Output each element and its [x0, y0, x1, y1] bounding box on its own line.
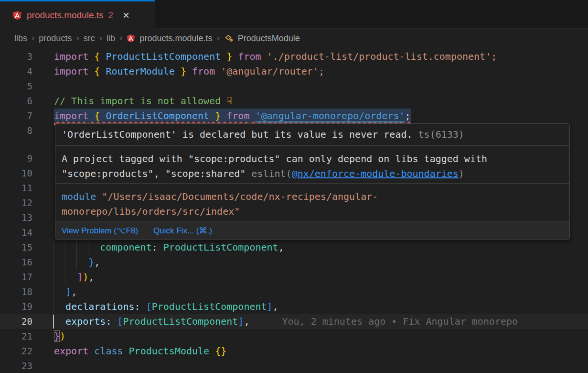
code-line-17[interactable]: 17 ]), — [0, 270, 588, 285]
code-text: import { OrderListComponent } from '@ang… — [54, 109, 411, 123]
text-cursor — [53, 315, 54, 329]
indent-guide — [65, 270, 65, 285]
line-number: 6 — [0, 94, 32, 109]
code-line-18[interactable]: 18 ], — [0, 285, 588, 299]
code-text: }, — [54, 255, 100, 270]
breadcrumb: libs › products › src › lib › products.m… — [0, 29, 588, 48]
line-number: 8 — [0, 123, 32, 138]
quick-fix-button[interactable]: Quick Fix... (⌘.) — [153, 223, 212, 238]
code-text: // This import is not allowed ☟ — [54, 94, 232, 109]
code-line-5[interactable]: 5 — [0, 79, 588, 94]
breadcrumb-file[interactable]: products.module.ts — [139, 33, 212, 44]
code-line-16[interactable]: 16 }, — [0, 255, 588, 270]
breadcrumb-item-src[interactable]: src — [84, 33, 95, 44]
indent-guide — [53, 270, 54, 285]
line-number: 18 — [0, 285, 32, 299]
line-number: 10 — [0, 166, 32, 181]
line-number: 3 — [0, 49, 32, 64]
code-text: declarations: [ProductListComponent], — [54, 299, 278, 314]
tab-label: products.module.ts — [27, 10, 104, 21]
hover-eslint-message: A project tagged with "scope:products" c… — [55, 145, 569, 183]
angular-file-icon — [12, 11, 22, 20]
code-text: component: ProductListComponent, — [54, 240, 284, 255]
eslint-source-suffix: ) — [459, 168, 464, 179]
indent-guide — [65, 240, 65, 255]
line-number: 4 — [0, 64, 32, 79]
line-number: 21 — [0, 329, 32, 344]
code-line-15[interactable]: 15 component: ProductListComponent, — [0, 240, 588, 255]
close-icon[interactable]: × — [123, 10, 129, 21]
code-line-19[interactable]: 19 declarations: [ProductListComponent], — [0, 299, 588, 314]
warning-squiggle-overlay: import { OrderListComponent } from '@ang… — [54, 110, 411, 124]
line-number: 12 — [0, 196, 32, 210]
module-path-line1: "/Users/isaac/Documents/code/nx-recipes/… — [102, 191, 378, 202]
code-line-20[interactable]: 20 exports: [ProductListComponent],You, … — [0, 314, 588, 329]
breadcrumb-item-products[interactable]: products — [39, 33, 72, 44]
eslint-message-line2: "scope:products", "scope:shared" eslint(… — [62, 166, 563, 181]
class-symbol-icon — [224, 33, 234, 43]
tab-bar: products.module.ts 2 × — [0, 0, 588, 29]
code-text: ]), — [54, 270, 94, 285]
line-number: 5 — [0, 79, 32, 94]
chevron-right-icon: › — [32, 33, 34, 43]
indent-guide — [65, 255, 65, 270]
view-problem-button[interactable]: View Problem (⌥F8) — [62, 223, 138, 238]
editor[interactable]: 3import { ProductListComponent } from '.… — [0, 48, 588, 373]
hover-module-info: module "/Users/isaac/Documents/code/nx-r… — [55, 183, 569, 221]
line-number: 19 — [0, 299, 32, 314]
indent-guide — [88, 240, 88, 255]
code-text: export class ProductsModule {} — [54, 344, 226, 359]
tab-products-module[interactable]: products.module.ts 2 × — [0, 0, 155, 29]
indent-guide — [53, 255, 54, 270]
ts-message-text: 'OrderListComponent' is declared but its… — [62, 129, 413, 140]
code-text: import { ProductListComponent } from './… — [54, 49, 497, 64]
line-number: 13 — [0, 210, 32, 225]
tab-error-count-badge: 2 — [108, 10, 114, 21]
indent-guide — [53, 299, 54, 314]
line-number: 14 — [0, 225, 32, 240]
line-number: 17 — [0, 270, 32, 285]
hover-ts-message: 'OrderListComponent' is declared but its… — [55, 124, 569, 145]
line-number: 9 — [0, 151, 32, 166]
line-number: 22 — [0, 344, 32, 359]
hover-popup: 'OrderListComponent' is declared but its… — [55, 123, 570, 240]
breadcrumb-item-lib[interactable]: lib — [107, 33, 115, 44]
line-number: 7 — [0, 109, 32, 123]
indent-guide — [76, 240, 77, 255]
code-text: exports: [ProductListComponent], — [54, 314, 249, 329]
line-number: 23 — [0, 359, 32, 373]
angular-file-icon — [127, 34, 135, 43]
code-line-4[interactable]: 4import { RouterModule } from '@angular/… — [0, 64, 588, 79]
eslint-message-line1: A project tagged with "scope:products" c… — [62, 152, 563, 166]
ts-message-source: ts(6133) — [418, 129, 464, 140]
indent-guide — [53, 285, 54, 299]
code-text: import { RouterModule } from '@angular/r… — [54, 64, 324, 79]
line-number: 16 — [0, 255, 32, 270]
indent-guide — [53, 240, 54, 255]
indent-guide — [76, 255, 77, 270]
module-info-line1: module "/Users/isaac/Documents/code/nx-r… — [62, 189, 563, 204]
code-line-23[interactable]: 23 — [0, 359, 588, 373]
code-line-21[interactable]: 21}) — [0, 329, 588, 344]
chevron-right-icon: › — [119, 33, 122, 43]
eslint-source-prefix: eslint( — [251, 168, 291, 179]
module-path-line2: monorepo/libs/orders/src/index" — [62, 204, 563, 219]
breadcrumb-symbol[interactable]: ProductsModule — [238, 33, 300, 44]
code-line-6[interactable]: 6// This import is not allowed ☟ — [0, 94, 588, 109]
vscode-window: products.module.ts 2 × libs › products ›… — [0, 0, 588, 373]
eslint-rule-link[interactable]: @nx/enforce-module-boundaries — [292, 168, 459, 179]
line-number: 11 — [0, 181, 32, 196]
line-number: 15 — [0, 240, 32, 255]
line-number: 20 — [0, 314, 32, 329]
breadcrumb-item-libs[interactable]: libs — [14, 33, 27, 44]
code-text: ], — [54, 285, 77, 299]
code-line-3[interactable]: 3import { ProductListComponent } from '.… — [0, 49, 588, 64]
git-blame-annotation: You, 2 minutes ago • Fix Angular monorep… — [282, 316, 518, 327]
code-text: }) — [54, 329, 65, 344]
eslint-message-text: "scope:products", "scope:shared" — [62, 168, 246, 179]
chevron-right-icon: › — [76, 33, 79, 43]
module-keyword: module — [62, 191, 96, 202]
code-line-7[interactable]: 7import { OrderListComponent } from '@an… — [0, 109, 588, 123]
code-line-22[interactable]: 22export class ProductsModule {} — [0, 344, 588, 359]
tab-strip-empty-area — [155, 0, 588, 29]
